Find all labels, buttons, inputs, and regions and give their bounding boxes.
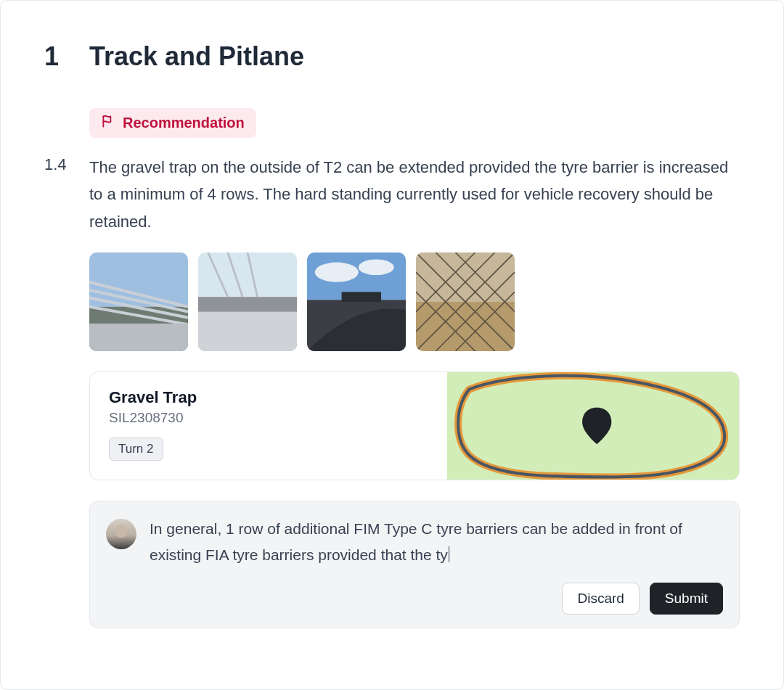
discard-button[interactable]: Discard — [562, 583, 639, 615]
flag-icon — [101, 114, 115, 132]
track-photo-4[interactable] — [416, 252, 515, 351]
svg-rect-2 — [89, 324, 188, 351]
submit-button[interactable]: Submit — [650, 583, 723, 615]
section-title: Track and Pitlane — [89, 41, 304, 72]
track-photo-1[interactable] — [89, 252, 188, 351]
track-photo-2[interactable] — [198, 252, 297, 351]
comment-body: In general, 1 row of additional FIM Type… — [106, 516, 723, 567]
thumbnail-row — [89, 252, 740, 351]
svg-rect-12 — [416, 252, 515, 302]
location-code: SIL2308730 — [109, 410, 428, 426]
section-number: 1 — [44, 41, 62, 72]
text-caret-icon — [449, 546, 449, 562]
track-photo-3[interactable] — [307, 252, 406, 351]
avatar — [106, 519, 136, 549]
comment-input[interactable]: In general, 1 row of additional FIM Type… — [150, 516, 723, 567]
comment-actions: Discard Submit — [106, 583, 723, 615]
comment-card: In general, 1 row of additional FIM Type… — [89, 501, 740, 628]
svg-rect-0 — [89, 252, 188, 307]
item-number: 1.4 — [44, 154, 72, 628]
svg-rect-3 — [198, 252, 297, 297]
svg-rect-5 — [198, 312, 297, 351]
document-page: 1 Track and Pitlane Recommendation 1.4 T… — [0, 0, 784, 690]
svg-point-8 — [359, 260, 394, 276]
location-tag[interactable]: Turn 2 — [109, 438, 163, 461]
svg-point-7 — [315, 263, 359, 282]
section-header: 1 Track and Pitlane — [44, 41, 740, 72]
content-column: Recommendation — [89, 108, 740, 154]
recommendation-label: Recommendation — [123, 115, 245, 131]
recommendation-badge: Recommendation — [89, 108, 256, 138]
svg-rect-10 — [342, 292, 381, 303]
comment-text-value: In general, 1 row of additional FIM Type… — [150, 520, 682, 563]
location-map[interactable] — [447, 372, 739, 480]
item-row: 1.4 The gravel trap on the outside of T2… — [44, 154, 740, 628]
location-info: Gravel Trap SIL2308730 Turn 2 — [90, 372, 447, 480]
location-title: Gravel Trap — [109, 388, 428, 407]
item-text: The gravel trap on the outside of T2 can… — [89, 154, 740, 235]
location-card: Gravel Trap SIL2308730 Turn 2 — [89, 371, 740, 480]
